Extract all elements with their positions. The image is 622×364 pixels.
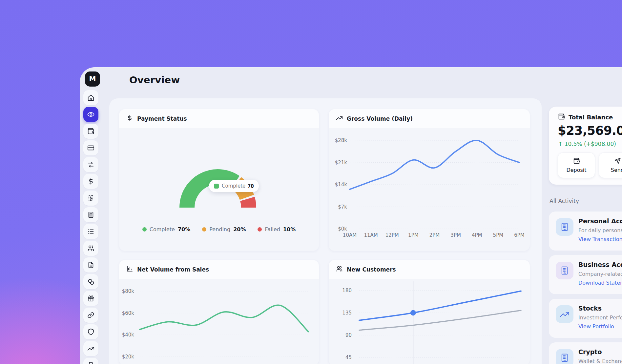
gross-volume-line-chart: $28k$21k$14k$7k$0k10AM11AM12PM1PM2PM3PM4… [329, 128, 530, 251]
send-button[interactable]: Send [599, 152, 622, 178]
users-icon [336, 265, 343, 273]
sidebar-item-list[interactable] [83, 224, 98, 239]
net-volume-header: Net Volume from Sales [119, 260, 319, 279]
svg-text:90: 90 [345, 332, 352, 338]
legend-item-pending: Pending20% [202, 226, 246, 233]
activity-link[interactable]: View Portfolio [578, 323, 614, 330]
svg-text:135: 135 [342, 310, 352, 316]
gauge-legend: Complete70%Pending20%Failed10% [119, 226, 319, 233]
sidebar-item-calculator[interactable] [83, 207, 98, 222]
svg-text:180: 180 [342, 288, 352, 293]
total-balance-card: Total Balance $23,569.00 ↑ 10.5% (+$908.… [549, 107, 622, 185]
legend-item-failed: Failed10% [258, 226, 296, 233]
sidebar-item-eye[interactable] [83, 107, 98, 122]
page-title: Overview [129, 74, 180, 86]
activity-subtitle: For daily personal spending [578, 227, 622, 233]
activity-item-personal-account[interactable]: Personal AccountFor daily personal spend… [549, 212, 622, 251]
svg-text:12PM: 12PM [385, 232, 399, 238]
svg-text:$28k: $28k [335, 137, 347, 143]
total-balance-header: Total Balance [558, 113, 613, 121]
activity-title: Personal Account [578, 217, 622, 225]
activity-title: Business Account [578, 261, 622, 268]
app-logo[interactable]: M [85, 71, 100, 87]
activity-title: Crypto [578, 348, 602, 355]
dashboard-panel: M Overview Payment Status Complete 70 Co… [80, 67, 622, 364]
sidebar-item-invoice[interactable] [83, 191, 98, 206]
activity-subtitle: Company-related finances [578, 271, 622, 277]
activity-item-crypto[interactable]: CryptoWallet & Exchange [549, 342, 622, 364]
svg-text:6PM: 6PM [514, 232, 525, 238]
svg-text:$7k: $7k [338, 204, 347, 210]
sidebar-item-gift[interactable] [83, 291, 98, 306]
svg-text:$40k: $40k [122, 332, 135, 338]
sidebar-item-users[interactable] [83, 241, 98, 256]
sidebar-item-link[interactable] [83, 308, 98, 323]
building-icon [556, 218, 573, 236]
new-customers-card: New Customers 1801359045 Week 2 This Mon… [329, 260, 530, 364]
trending-up-icon [556, 305, 573, 323]
new-customers-line-chart: 1801359045 [329, 279, 530, 364]
activity-item-stocks[interactable]: StocksInvestment PerformanceView Portfol… [549, 299, 622, 338]
svg-text:45: 45 [345, 354, 352, 360]
total-balance-label: Total Balance [569, 114, 613, 121]
building-icon [556, 262, 573, 279]
sidebar-item-trending-up[interactable] [83, 341, 98, 356]
svg-text:5PM: 5PM [493, 232, 504, 238]
svg-text:10AM: 10AM [343, 232, 357, 238]
svg-text:$14k: $14k [335, 182, 347, 188]
activity-item-business-account[interactable]: Business AccountCompany-related finances… [549, 255, 622, 294]
legend-item-complete: Complete70% [142, 226, 190, 233]
all-activity-heading: All Activity [549, 198, 579, 204]
sidebar-item-shield[interactable] [83, 324, 98, 339]
dollar-icon [126, 114, 133, 123]
svg-text:$20k: $20k [122, 354, 135, 360]
payment-status-card: Payment Status Complete 70 Complete70%Pe… [119, 109, 319, 251]
trending-up-icon [336, 114, 343, 123]
net-volume-line-chart: $80k$60k$40k$20k [119, 279, 319, 364]
bar-chart-icon [126, 265, 133, 273]
svg-text:4PM: 4PM [472, 232, 482, 238]
total-balance-amount: $23,569.00 [558, 124, 622, 138]
gross-volume-header: Gross Volume (Daily) [329, 109, 530, 128]
svg-text:$60k: $60k [122, 310, 135, 316]
payment-status-title: Payment Status [137, 115, 187, 122]
sidebar-item-wallet[interactable] [83, 124, 98, 139]
gauge-tooltip-label: Complete [222, 183, 245, 189]
activity-link[interactable]: View Transactions [578, 236, 622, 242]
activity-subtitle: Investment Performance [578, 314, 622, 321]
gauge-tooltip-value: 70 [248, 183, 254, 189]
complete-swatch [214, 184, 219, 189]
activity-subtitle: Wallet & Exchange [578, 358, 622, 364]
sidebar-item-transfer[interactable] [83, 157, 98, 172]
gross-volume-title: Gross Volume (Daily) [347, 115, 413, 122]
gross-volume-card: Gross Volume (Daily) $28k$21k$14k$7k$0k1… [329, 109, 530, 251]
svg-text:$21k: $21k [335, 160, 347, 166]
svg-text:$80k: $80k [122, 288, 135, 294]
payment-status-header: Payment Status [119, 109, 319, 128]
activity-link[interactable]: Download Statements [578, 280, 622, 286]
svg-text:$0k: $0k [338, 226, 347, 232]
new-customers-header: New Customers [329, 260, 530, 279]
sidebar-item-coins[interactable] [83, 274, 98, 289]
net-volume-card: Net Volume from Sales $80k$60k$40k$20k [119, 260, 319, 364]
building-icon [556, 349, 573, 364]
sidebar-item-dollar[interactable] [83, 174, 98, 189]
gauge-tooltip: Complete 70 [209, 180, 259, 192]
sidebar-item-credit-card[interactable] [83, 140, 98, 155]
sidebar-item-smartphone[interactable] [83, 358, 98, 364]
svg-text:11AM: 11AM [364, 232, 378, 238]
net-volume-title: Net Volume from Sales [137, 266, 209, 273]
sidebar-item-home[interactable] [83, 90, 98, 105]
svg-text:2PM: 2PM [429, 232, 440, 238]
deposit-button[interactable]: Deposit [558, 152, 595, 178]
svg-text:3PM: 3PM [450, 232, 461, 238]
new-customers-title: New Customers [347, 266, 396, 273]
svg-text:1PM: 1PM [408, 232, 419, 238]
balance-actions: DepositSend [558, 152, 622, 178]
balance-change: ↑ 10.5% (+$908.00) [558, 141, 616, 147]
sidebar-item-document[interactable] [83, 257, 98, 273]
activity-title: Stocks [578, 305, 602, 312]
wallet-icon [558, 113, 565, 121]
